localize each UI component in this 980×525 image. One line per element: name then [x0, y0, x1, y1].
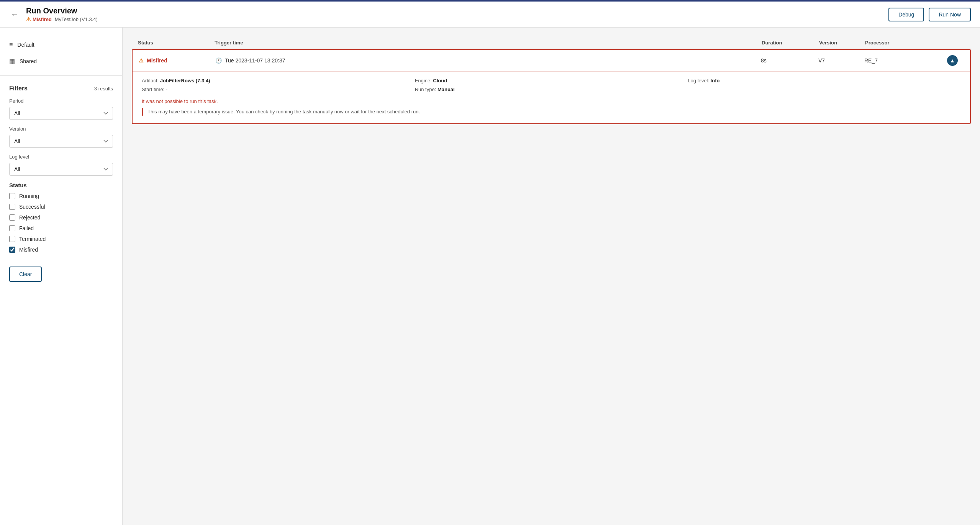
rejected-checkbox[interactable] [9, 214, 15, 221]
status-filter-title: Status [9, 182, 113, 188]
terminated-checkbox[interactable] [9, 236, 15, 242]
col-trigger: Trigger time [215, 40, 762, 46]
main-layout: ≡ Default ▦ Shared Filters 3 results Per… [0, 28, 980, 525]
terminated-label: Terminated [19, 236, 46, 242]
sidebar-item-label-shared: Shared [20, 58, 37, 64]
status-rejected[interactable]: Rejected [9, 214, 113, 221]
log-level-value: Info [711, 78, 720, 83]
main-content: Status Trigger time Duration Version Pro… [123, 28, 980, 525]
clear-button[interactable]: Clear [9, 267, 42, 282]
job-name: MyTestJob (V1.3.4) [55, 16, 98, 22]
row-warning-icon: ⚠ [139, 57, 144, 64]
col-version: Version [819, 40, 865, 46]
misfired-label: Misfired [19, 247, 38, 253]
header-actions: Debug Run Now [888, 8, 971, 21]
run-now-button[interactable]: Run Now [929, 8, 971, 21]
status-running[interactable]: Running [9, 193, 113, 199]
table-row: ⚠ Misfired 🕐 Tue 2023-11-07 13:20:37 8s … [132, 49, 971, 124]
status-terminated[interactable]: Terminated [9, 236, 113, 242]
row-status: Misfired [147, 57, 167, 64]
engine-item: Engine: Cloud [415, 78, 688, 83]
status-cell: ⚠ Misfired [139, 57, 215, 64]
processor-cell: RE_7 [864, 57, 941, 64]
results-count: 3 results [94, 86, 113, 92]
log-level-label: Log level [9, 154, 113, 160]
expand-button[interactable]: ▲ [947, 55, 958, 66]
artifact-value: JobFilterRows (7.3.4) [160, 78, 210, 83]
failed-checkbox[interactable] [9, 225, 15, 231]
status-successful[interactable]: Successful [9, 204, 113, 210]
artifact-item: Artifact: JobFilterRows (7.3.4) [142, 78, 415, 83]
status-failed[interactable]: Failed [9, 225, 113, 231]
start-time-value: - [166, 87, 167, 92]
clock-icon: 🕐 [215, 57, 222, 64]
error-message: This may have been a temporary issue. Yo… [142, 108, 961, 116]
period-label: Period [9, 98, 113, 104]
error-title: It was not possible to run this task. [142, 98, 961, 104]
start-time-item: Start time: - [142, 87, 415, 92]
header-left: ← Run Overview ⚠ Misfired MyTestJob (V1.… [9, 7, 98, 22]
header-subtitle: ⚠ Misfired MyTestJob (V1.3.4) [26, 16, 98, 22]
detail-grid: Artifact: JobFilterRows (7.3.4) Engine: … [142, 78, 961, 92]
run-type-value: Manual [438, 87, 455, 92]
sidebar-item-default[interactable]: ≡ Default [0, 37, 122, 53]
log-level-select[interactable]: All InfoWarningErrorDebug [9, 163, 113, 176]
header: ← Run Overview ⚠ Misfired MyTestJob (V1.… [0, 0, 980, 28]
duration-cell: 8s [761, 57, 818, 64]
status-misfired[interactable]: Misfired [9, 247, 113, 253]
period-filter: Period All Today Last 7 days Last 30 day… [0, 98, 122, 126]
period-select[interactable]: All Today Last 7 days Last 30 days [9, 107, 113, 120]
engine-value: Cloud [433, 78, 447, 83]
status-filter: Status Running Successful Rejected Faile… [0, 182, 122, 263]
successful-checkbox[interactable] [9, 204, 15, 210]
filters-title: Filters [9, 85, 28, 92]
sidebar-divider [0, 75, 122, 76]
table-header: Status Trigger time Duration Version Pro… [132, 37, 971, 49]
trigger-cell: 🕐 Tue 2023-11-07 13:20:37 [215, 57, 761, 64]
misfired-checkbox[interactable] [9, 247, 15, 253]
log-level-filter: Log level All InfoWarningErrorDebug [0, 154, 122, 182]
header-title-block: Run Overview ⚠ Misfired MyTestJob (V1.3.… [26, 7, 98, 22]
sidebar-nav: ≡ Default ▦ Shared [0, 37, 122, 69]
sidebar-item-label-default: Default [17, 42, 34, 48]
rejected-label: Rejected [19, 214, 40, 221]
sidebar: ≡ Default ▦ Shared Filters 3 results Per… [0, 28, 123, 525]
back-button[interactable]: ← [9, 8, 20, 20]
running-checkbox[interactable] [9, 193, 15, 199]
page-title: Run Overview [26, 7, 98, 15]
run-detail: Artifact: JobFilterRows (7.3.4) Engine: … [133, 71, 970, 123]
col-status: Status [138, 40, 215, 46]
failed-label: Failed [19, 225, 34, 231]
col-action [942, 40, 965, 46]
col-processor: Processor [865, 40, 942, 46]
log-level-item: Log level: Info [688, 78, 961, 83]
trigger-time: Tue 2023-11-07 13:20:37 [225, 57, 285, 64]
filters-header: Filters 3 results [0, 82, 122, 98]
version-label: Version [9, 126, 113, 132]
warning-icon: ⚠ [26, 16, 31, 22]
version-filter: Version All V1V2V3 V4V5V6V7 [0, 126, 122, 154]
run-type-item: Run type: Manual [415, 87, 688, 92]
version-cell: V7 [818, 57, 864, 64]
status-badge: ⚠ Misfired [26, 16, 52, 22]
col-duration: Duration [762, 40, 819, 46]
sidebar-item-shared[interactable]: ▦ Shared [0, 53, 122, 69]
run-row-header[interactable]: ⚠ Misfired 🕐 Tue 2023-11-07 13:20:37 8s … [133, 50, 970, 71]
grid-icon: ▦ [9, 57, 15, 65]
running-label: Running [19, 193, 39, 199]
version-select[interactable]: All V1V2V3 V4V5V6V7 [9, 135, 113, 148]
debug-button[interactable]: Debug [888, 8, 924, 21]
list-icon: ≡ [9, 41, 13, 48]
successful-label: Successful [19, 204, 45, 210]
